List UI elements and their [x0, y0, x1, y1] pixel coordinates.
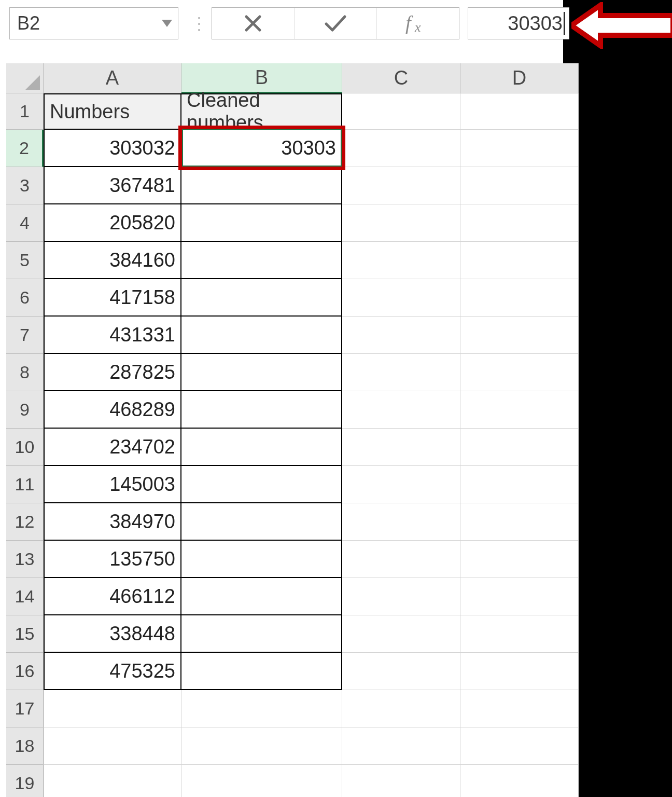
cell-C13[interactable]	[342, 541, 460, 578]
column-header-A[interactable]: A	[44, 63, 181, 93]
cell-C4[interactable]	[342, 204, 460, 242]
cell-B7[interactable]	[181, 317, 342, 354]
insert-function-button[interactable]: f x	[376, 8, 459, 39]
cell-D17[interactable]	[460, 690, 579, 727]
cell-A18[interactable]	[44, 727, 181, 765]
row-header[interactable]: 1	[6, 93, 44, 130]
cell-A10[interactable]: 234702	[44, 429, 181, 466]
row-header[interactable]: 2	[6, 130, 44, 167]
cell-A1[interactable]: Numbers	[44, 93, 181, 130]
cell-A16[interactable]: 475325	[44, 653, 181, 690]
cell-D6[interactable]	[460, 279, 579, 317]
cell-A2[interactable]: 303032	[44, 130, 181, 167]
cell-D18[interactable]	[460, 727, 579, 765]
cell-D15[interactable]	[460, 615, 579, 653]
cell-C18[interactable]	[342, 727, 460, 765]
cell-A11[interactable]: 145003	[44, 466, 181, 503]
cell-D7[interactable]	[460, 317, 579, 354]
row-header[interactable]: 14	[6, 578, 44, 615]
cell-A14[interactable]: 466112	[44, 578, 181, 615]
cell-B1[interactable]: Cleaned numbers	[181, 93, 342, 130]
row-header[interactable]: 3	[6, 167, 44, 204]
row-header[interactable]: 18	[6, 727, 44, 765]
cell-B13[interactable]	[181, 541, 342, 578]
cell-B8[interactable]	[181, 354, 342, 391]
row-header[interactable]: 5	[6, 242, 44, 279]
cell-D14[interactable]	[460, 578, 579, 615]
cell-C5[interactable]	[342, 242, 460, 279]
row-header[interactable]: 9	[6, 391, 44, 429]
cell-C15[interactable]	[342, 615, 460, 653]
cell-C8[interactable]	[342, 354, 460, 391]
cell-B14[interactable]	[181, 578, 342, 615]
cell-A3[interactable]: 367481	[44, 167, 181, 204]
cell-B18[interactable]	[181, 727, 342, 765]
cell-B10[interactable]	[181, 429, 342, 466]
row-header[interactable]: 15	[6, 615, 44, 653]
cell-B3[interactable]	[181, 167, 342, 204]
cell-C1[interactable]	[342, 93, 460, 130]
cell-B16[interactable]	[181, 653, 342, 690]
cell-C7[interactable]	[342, 317, 460, 354]
cell-D1[interactable]	[460, 93, 579, 130]
row-header[interactable]: 13	[6, 541, 44, 578]
row-header[interactable]: 11	[6, 466, 44, 503]
cell-D16[interactable]	[460, 653, 579, 690]
row-header[interactable]: 19	[6, 765, 44, 797]
cell-D12[interactable]	[460, 503, 579, 541]
cell-A12[interactable]: 384970	[44, 503, 181, 541]
spreadsheet-grid[interactable]: A B C D 1 Numbers Cleaned numbers 2 3030…	[6, 63, 563, 797]
select-all-corner[interactable]	[6, 63, 44, 93]
cell-D9[interactable]	[460, 391, 579, 429]
cell-A9[interactable]: 468289	[44, 391, 181, 429]
cell-B5[interactable]	[181, 242, 342, 279]
cell-D3[interactable]	[460, 167, 579, 204]
row-header[interactable]: 4	[6, 204, 44, 242]
cell-A7[interactable]: 431331	[44, 317, 181, 354]
cell-C16[interactable]	[342, 653, 460, 690]
cell-C19[interactable]	[342, 765, 460, 797]
cell-B19[interactable]	[181, 765, 342, 797]
cell-D11[interactable]	[460, 466, 579, 503]
cell-C2[interactable]	[342, 130, 460, 167]
column-header-C[interactable]: C	[342, 63, 460, 93]
cell-C3[interactable]	[342, 167, 460, 204]
cell-D13[interactable]	[460, 541, 579, 578]
cancel-edit-button[interactable]	[212, 8, 294, 39]
cell-A8[interactable]: 287825	[44, 354, 181, 391]
cell-C12[interactable]	[342, 503, 460, 541]
row-header[interactable]: 16	[6, 653, 44, 690]
cell-A15[interactable]: 338448	[44, 615, 181, 653]
cell-D4[interactable]	[460, 204, 579, 242]
cell-D5[interactable]	[460, 242, 579, 279]
cell-C10[interactable]	[342, 429, 460, 466]
cell-C11[interactable]	[342, 466, 460, 503]
cell-D8[interactable]	[460, 354, 579, 391]
row-header[interactable]: 10	[6, 429, 44, 466]
cell-B9[interactable]	[181, 391, 342, 429]
cell-A17[interactable]	[44, 690, 181, 727]
confirm-edit-button[interactable]	[294, 8, 376, 39]
cell-C17[interactable]	[342, 690, 460, 727]
cell-A19[interactable]	[44, 765, 181, 797]
name-box[interactable]: B2	[9, 7, 178, 39]
cell-B2[interactable]: 30303	[181, 130, 342, 167]
row-header[interactable]: 12	[6, 503, 44, 541]
cell-B12[interactable]	[181, 503, 342, 541]
cell-D19[interactable]	[460, 765, 579, 797]
cell-A5[interactable]: 384160	[44, 242, 181, 279]
cell-B15[interactable]	[181, 615, 342, 653]
row-header[interactable]: 17	[6, 690, 44, 727]
row-header[interactable]: 7	[6, 317, 44, 354]
cell-B4[interactable]	[181, 204, 342, 242]
cell-B6[interactable]	[181, 279, 342, 317]
cell-A13[interactable]: 135750	[44, 541, 181, 578]
cell-B11[interactable]	[181, 466, 342, 503]
row-header[interactable]: 6	[6, 279, 44, 317]
cell-B17[interactable]	[181, 690, 342, 727]
formula-bar-input[interactable]: 30303	[468, 7, 569, 39]
cell-C9[interactable]	[342, 391, 460, 429]
column-header-D[interactable]: D	[460, 63, 579, 93]
cell-A4[interactable]: 205820	[44, 204, 181, 242]
cell-C6[interactable]	[342, 279, 460, 317]
